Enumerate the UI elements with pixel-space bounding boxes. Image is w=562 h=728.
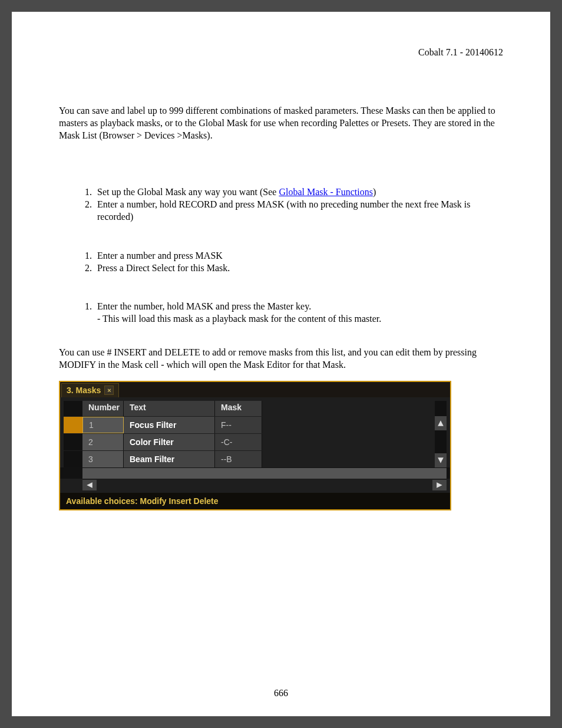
row-selector[interactable] [64, 417, 82, 433]
cell-text[interactable]: Color Filter [124, 434, 215, 450]
tab-masks[interactable]: 3. Masks × [61, 383, 119, 397]
horizontal-scrollbar[interactable] [60, 479, 450, 493]
cell-number[interactable]: 3 [82, 451, 124, 467]
cell-mask[interactable]: -C- [215, 434, 262, 450]
global-mask-functions-link[interactable]: Global Mask - Functions [279, 187, 373, 197]
step-text-pre: Set up the Global Mask any way you want … [97, 187, 279, 197]
scroll-up-icon[interactable] [435, 416, 447, 430]
table-row[interactable]: 2 Color Filter -C- [82, 434, 435, 450]
page-number: 666 [12, 688, 550, 699]
masks-panel: 3. Masks × Number Text Mask 1 Focus Fi [59, 381, 451, 510]
col-header-mask[interactable]: Mask [215, 401, 262, 416]
step-text-post: ) [373, 187, 376, 197]
tab-label: 3. Masks [67, 386, 101, 395]
intro-paragraph: You can save and label up to 999 differe… [59, 105, 503, 141]
table-header: Number Text Mask [82, 401, 435, 416]
svg-marker-2 [87, 482, 92, 488]
list-item: Enter the number, hold MASK and press th… [94, 301, 503, 325]
svg-marker-0 [438, 420, 444, 426]
scroll-left-icon[interactable] [82, 480, 97, 490]
row-gutter [64, 401, 82, 467]
masks-grid: Number Text Mask 1 Focus Filter F-- 2 Co… [60, 397, 450, 467]
steps-list-a: Set up the Global Mask any way you want … [82, 186, 503, 223]
grid-empty-area [82, 468, 447, 479]
steps-list-b: Enter a number and press MASK Press a Di… [82, 250, 503, 275]
cell-text[interactable]: Beam Filter [124, 451, 215, 467]
list-item: Enter a number and press MASK [94, 250, 503, 262]
tab-bar: 3. Masks × [60, 382, 450, 397]
list-item: Set up the Global Mask any way you want … [94, 186, 503, 199]
document-page: Cobalt 7.1 - 20140612 You can save and l… [12, 12, 550, 716]
outro-paragraph: You can use # INSERT and DELETE to add o… [59, 347, 503, 371]
table-row[interactable]: 1 Focus Filter F-- [82, 417, 435, 433]
svg-marker-1 [438, 457, 444, 463]
svg-marker-3 [437, 482, 442, 488]
step-subtext: - This will load this mask as a playback… [97, 314, 381, 324]
row-selector[interactable] [64, 451, 82, 467]
list-item: Press a Direct Select for this Mask. [94, 262, 503, 275]
vertical-scrollbar[interactable] [435, 401, 447, 467]
cell-text[interactable]: Focus Filter [124, 417, 215, 433]
cell-number[interactable]: 2 [82, 434, 124, 450]
panel-footer: Available choices: Modify Insert Delete [60, 493, 450, 509]
scroll-down-icon[interactable] [435, 453, 447, 467]
row-selector[interactable] [64, 434, 82, 450]
close-icon[interactable]: × [104, 386, 114, 395]
cell-mask[interactable]: F-- [215, 417, 262, 433]
cell-number[interactable]: 1 [82, 417, 124, 433]
steps-list-c: Enter the number, hold MASK and press th… [82, 301, 503, 325]
cell-mask[interactable]: --B [215, 451, 262, 467]
header-version: Cobalt 7.1 - 20140612 [59, 47, 503, 58]
col-header-number[interactable]: Number [82, 401, 124, 416]
list-item: Enter a number, hold RECORD and press MA… [94, 199, 503, 223]
step-text: Enter the number, hold MASK and press th… [97, 301, 311, 311]
table-row[interactable]: 3 Beam Filter --B [82, 451, 435, 467]
col-header-text[interactable]: Text [124, 401, 215, 416]
scroll-right-icon[interactable] [432, 480, 447, 490]
